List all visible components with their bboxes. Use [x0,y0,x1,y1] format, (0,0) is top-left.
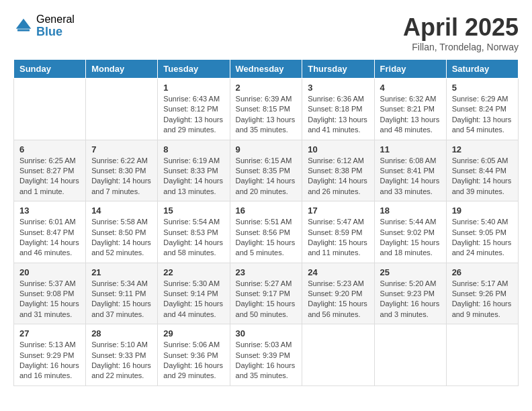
day-info: Sunrise: 5:10 AM Sunset: 9:33 PM Dayligh… [91,340,152,381]
day-info: Sunrise: 5:37 AM Sunset: 9:08 PM Dayligh… [19,279,80,320]
day-header-saturday: Saturday [446,60,518,79]
month-title: April 2025 [403,13,519,42]
day-info: Sunrise: 5:17 AM Sunset: 9:26 PM Dayligh… [452,279,513,320]
day-info: Sunrise: 6:36 AM Sunset: 8:18 PM Dayligh… [308,94,368,136]
day-header-wednesday: Wednesday [230,60,302,79]
calendar-cell: 24Sunrise: 5:23 AM Sunset: 9:20 PM Dayli… [302,263,374,324]
day-number: 25 [380,267,441,277]
calendar-week-row: 20Sunrise: 5:37 AM Sunset: 9:08 PM Dayli… [14,263,519,324]
page-header: General Blue April 2025 Fillan, Trondela… [13,13,519,52]
calendar-cell: 18Sunrise: 5:44 AM Sunset: 9:02 PM Dayli… [374,201,446,263]
calendar-cell: 25Sunrise: 5:20 AM Sunset: 9:23 PM Dayli… [374,263,446,324]
day-info: Sunrise: 6:05 AM Sunset: 8:44 PM Dayligh… [452,156,513,197]
calendar-cell: 30Sunrise: 5:03 AM Sunset: 9:39 PM Dayli… [230,324,302,386]
logo: General Blue [13,13,75,38]
day-info: Sunrise: 6:43 AM Sunset: 8:12 PM Dayligh… [163,94,224,136]
calendar-cell [446,324,518,386]
day-info: Sunrise: 5:23 AM Sunset: 9:20 PM Dayligh… [308,279,368,320]
day-info: Sunrise: 5:58 AM Sunset: 8:50 PM Dayligh… [91,217,152,259]
logo-icon [13,16,34,36]
day-number: 2 [236,83,297,93]
calendar-cell: 7Sunrise: 6:22 AM Sunset: 8:30 PM Daylig… [86,140,158,201]
day-number: 23 [236,267,297,277]
day-number: 29 [163,328,224,338]
day-number: 13 [19,205,80,216]
calendar-cell: 16Sunrise: 5:51 AM Sunset: 8:56 PM Dayli… [230,201,302,263]
day-info: Sunrise: 5:30 AM Sunset: 9:14 PM Dayligh… [163,279,224,320]
title-area: April 2025 Fillan, Trondelag, Norway [403,13,519,52]
day-number: 15 [163,205,224,216]
calendar-week-row: 6Sunrise: 6:25 AM Sunset: 8:27 PM Daylig… [14,140,519,201]
day-info: Sunrise: 6:01 AM Sunset: 8:47 PM Dayligh… [19,217,80,259]
calendar-cell [374,324,446,386]
day-number: 3 [308,83,368,93]
calendar-cell: 6Sunrise: 6:25 AM Sunset: 8:27 PM Daylig… [14,140,86,201]
calendar-cell: 20Sunrise: 5:37 AM Sunset: 9:08 PM Dayli… [14,263,86,324]
logo-text: General Blue [36,13,75,38]
calendar-cell: 4Sunrise: 6:32 AM Sunset: 8:21 PM Daylig… [374,79,446,140]
day-header-tuesday: Tuesday [158,60,230,79]
calendar-cell: 13Sunrise: 6:01 AM Sunset: 8:47 PM Dayli… [14,201,86,263]
day-number: 19 [452,205,513,216]
day-number: 7 [91,144,152,154]
calendar-cell: 22Sunrise: 5:30 AM Sunset: 9:14 PM Dayli… [158,263,230,324]
day-info: Sunrise: 5:06 AM Sunset: 9:36 PM Dayligh… [163,340,224,381]
day-info: Sunrise: 6:29 AM Sunset: 8:24 PM Dayligh… [452,94,513,136]
day-info: Sunrise: 6:08 AM Sunset: 8:41 PM Dayligh… [380,156,441,197]
day-number: 30 [236,328,297,338]
day-header-monday: Monday [86,60,158,79]
day-header-sunday: Sunday [14,60,86,79]
calendar-cell: 5Sunrise: 6:29 AM Sunset: 8:24 PM Daylig… [446,79,518,140]
calendar-cell: 17Sunrise: 5:47 AM Sunset: 8:59 PM Dayli… [302,201,374,263]
day-number: 12 [452,144,513,154]
day-info: Sunrise: 6:25 AM Sunset: 8:27 PM Dayligh… [19,156,80,197]
location-subtitle: Fillan, Trondelag, Norway [403,42,519,52]
calendar-cell [302,324,374,386]
logo-blue: Blue [36,26,75,39]
calendar-week-row: 27Sunrise: 5:13 AM Sunset: 9:29 PM Dayli… [14,324,519,386]
day-info: Sunrise: 5:40 AM Sunset: 9:05 PM Dayligh… [452,217,513,259]
day-number: 18 [380,205,441,216]
day-number: 17 [308,205,368,216]
day-info: Sunrise: 6:22 AM Sunset: 8:30 PM Dayligh… [91,156,152,197]
day-number: 22 [163,267,224,277]
calendar-cell [86,79,158,140]
day-info: Sunrise: 6:39 AM Sunset: 8:15 PM Dayligh… [236,94,297,136]
day-info: Sunrise: 5:03 AM Sunset: 9:39 PM Dayligh… [236,340,297,381]
day-number: 4 [380,83,441,93]
svg-marker-0 [16,18,32,28]
day-info: Sunrise: 5:27 AM Sunset: 9:17 PM Dayligh… [236,279,297,320]
calendar-cell: 27Sunrise: 5:13 AM Sunset: 9:29 PM Dayli… [14,324,86,386]
day-number: 9 [236,144,297,154]
calendar-cell: 14Sunrise: 5:58 AM Sunset: 8:50 PM Dayli… [86,201,158,263]
calendar-header-row: SundayMondayTuesdayWednesdayThursdayFrid… [14,60,519,79]
day-info: Sunrise: 5:44 AM Sunset: 9:02 PM Dayligh… [380,217,441,259]
calendar-cell: 12Sunrise: 6:05 AM Sunset: 8:44 PM Dayli… [446,140,518,201]
day-header-friday: Friday [374,60,446,79]
day-number: 6 [19,144,80,154]
calendar-cell: 21Sunrise: 5:34 AM Sunset: 9:11 PM Dayli… [86,263,158,324]
day-number: 5 [452,83,513,93]
calendar-table: SundayMondayTuesdayWednesdayThursdayFrid… [13,59,519,386]
logo-general: General [36,13,75,26]
calendar-cell [14,79,86,140]
calendar-cell: 9Sunrise: 6:15 AM Sunset: 8:35 PM Daylig… [230,140,302,201]
calendar-cell: 2Sunrise: 6:39 AM Sunset: 8:15 PM Daylig… [230,79,302,140]
day-info: Sunrise: 5:13 AM Sunset: 9:29 PM Dayligh… [19,340,80,381]
day-info: Sunrise: 5:20 AM Sunset: 9:23 PM Dayligh… [380,279,441,320]
day-number: 16 [236,205,297,216]
day-info: Sunrise: 5:54 AM Sunset: 8:53 PM Dayligh… [163,217,224,259]
day-number: 27 [19,328,80,338]
calendar-week-row: 13Sunrise: 6:01 AM Sunset: 8:47 PM Dayli… [14,201,519,263]
day-info: Sunrise: 6:32 AM Sunset: 8:21 PM Dayligh… [380,94,441,136]
calendar-cell: 8Sunrise: 6:19 AM Sunset: 8:33 PM Daylig… [158,140,230,201]
day-info: Sunrise: 6:12 AM Sunset: 8:38 PM Dayligh… [308,156,368,197]
day-info: Sunrise: 6:15 AM Sunset: 8:35 PM Dayligh… [236,156,297,197]
day-info: Sunrise: 5:51 AM Sunset: 8:56 PM Dayligh… [236,217,297,259]
calendar-cell: 15Sunrise: 5:54 AM Sunset: 8:53 PM Dayli… [158,201,230,263]
day-info: Sunrise: 5:34 AM Sunset: 9:11 PM Dayligh… [91,279,152,320]
day-info: Sunrise: 6:19 AM Sunset: 8:33 PM Dayligh… [163,156,224,197]
day-info: Sunrise: 5:47 AM Sunset: 8:59 PM Dayligh… [308,217,368,259]
calendar-cell: 29Sunrise: 5:06 AM Sunset: 9:36 PM Dayli… [158,324,230,386]
svg-rect-1 [17,29,30,31]
